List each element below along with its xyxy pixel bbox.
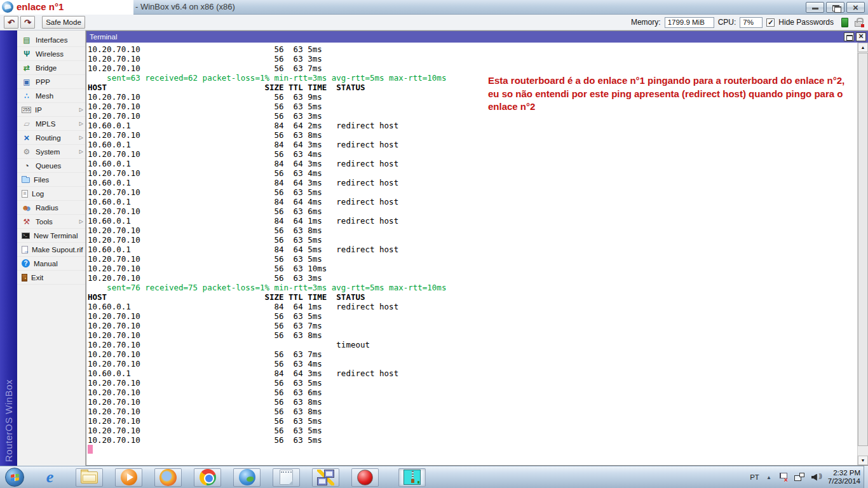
sidebar-item-supout[interactable]: Make Supout.rif [17, 243, 85, 257]
wmp-icon [121, 469, 137, 485]
sidebar-item-interfaces[interactable]: Interfaces [17, 33, 85, 47]
action-center-icon[interactable] [778, 473, 787, 482]
terminal-titlebar[interactable]: Terminal [86, 31, 868, 43]
volume-icon[interactable] [811, 473, 821, 482]
notepad-app[interactable] [273, 468, 300, 487]
sidebar-item-ip[interactable]: IP▷ [17, 103, 85, 117]
terminal-line: 10.20.70.10 56 63 7ms [88, 321, 868, 330]
firefox-app[interactable] [154, 468, 182, 487]
scrollbar-thumb[interactable] [858, 53, 868, 446]
hide-passwords-checkbox[interactable]: ✓ [766, 18, 775, 27]
sidebar-item-label: Make Supout.rif [32, 246, 83, 254]
sidebar-item-ppp[interactable]: PPP [17, 75, 85, 89]
terminal-line: 10.20.70.10 56 63 6ms [88, 388, 868, 397]
secure-lock-icon [855, 21, 863, 27]
terminal-line: 10.20.70.10 56 63 6ms [88, 207, 868, 216]
radius-icon [22, 203, 32, 212]
taskbar-clock[interactable]: 2:32 PM 7/23/2014 [828, 469, 860, 486]
sidebar-item-exit[interactable]: Exit [17, 271, 85, 285]
memory-value-field: 1799.9 MiB [665, 17, 714, 28]
sidebar-item-label: MPLS [36, 120, 55, 128]
sidebar-item-mpls[interactable]: MPLS▷ [17, 117, 85, 131]
terminal-line: 10.20.70.10 56 63 7ms [88, 349, 868, 359]
terminal-line: 10.20.70.10 56 63 5ms [88, 378, 868, 388]
windows-explorer-app[interactable] [76, 468, 103, 487]
clock-date: 7/23/2014 [828, 477, 860, 486]
redo-button[interactable]: ↷ [20, 16, 35, 29]
ip-icon [22, 107, 31, 113]
sidebar-item-manual[interactable]: Manual [17, 257, 85, 271]
terminal-cursor [88, 445, 93, 454]
cpu-label: CPU: [718, 18, 736, 27]
chrome-app[interactable] [194, 468, 221, 487]
winbox-loader-app[interactable] [312, 468, 339, 487]
terminal-body[interactable]: 10.20.70.10 56 63 5ms 10.20.70.10 56 63 … [86, 43, 868, 465]
show-desktop-button[interactable] [864, 466, 868, 488]
terminal-line: 10.20.70.10 56 63 10ms [88, 264, 868, 273]
terminal-line: 10.20.70.10 56 63 5ms [88, 311, 868, 321]
sidebar-item-log[interactable]: Log [17, 187, 85, 201]
terminal-line: 10.20.70.10 56 63 5ms [88, 44, 868, 54]
show-hidden-icons-button[interactable]: ▲ [766, 475, 771, 480]
submenu-arrow-icon: ▷ [79, 219, 83, 224]
log-icon [22, 190, 28, 198]
scroll-down-button[interactable]: ▼ [858, 456, 868, 465]
wireless-icon [22, 50, 32, 58]
safe-mode-button[interactable]: Safe Mode [42, 16, 85, 29]
sidebar-item-mesh[interactable]: Mesh [17, 89, 85, 103]
sidebar-item-system[interactable]: System▷ [17, 145, 85, 159]
sidebar-item-wireless[interactable]: Wireless [17, 47, 85, 61]
system-icon [22, 147, 32, 156]
main-area: RouterOS WinBox InterfacesWirelessBridge… [0, 30, 868, 466]
redball-icon [357, 470, 373, 485]
terminal-line: 10.20.70.10 56 63 4ms [88, 168, 868, 178]
memory-label: Memory: [631, 18, 661, 27]
close-button[interactable] [846, 2, 865, 13]
sidebar-item-label: Exit [31, 274, 43, 281]
sidebar-item-routing[interactable]: Routing▷ [17, 131, 85, 145]
terminal-line: 10.60.0.1 84 64 3ms redirect host [88, 369, 868, 378]
mesh-icon [22, 92, 32, 100]
sidebar-item-files[interactable]: Files [17, 173, 85, 187]
terminal-window-buttons [844, 32, 868, 41]
chrome-icon [200, 469, 216, 485]
new-terminal-icon [22, 233, 30, 239]
red-sphere-app[interactable] [351, 468, 379, 487]
submenu-arrow-icon: ▷ [79, 135, 83, 140]
tower-icon [403, 470, 421, 485]
google-earth-app[interactable] [233, 468, 261, 487]
ie-icon [42, 469, 58, 485]
sidebar-item-bridge[interactable]: Bridge [17, 61, 85, 75]
clock-time: 2:32 PM [828, 469, 860, 478]
undo-button[interactable]: ↶ [4, 16, 18, 29]
start-button[interactable] [5, 468, 24, 487]
sidebar-item-tools[interactable]: Tools▷ [17, 215, 85, 229]
firefox-icon [159, 469, 177, 486]
terminal-scrollbar[interactable]: ▲ ▼ [857, 43, 868, 465]
internet-explorer-app[interactable] [36, 468, 64, 487]
restore-button[interactable] [826, 2, 844, 13]
terminal-window: Terminal 10.20.70.10 56 63 5ms 10.20.70.… [86, 30, 868, 466]
sidebar-item-radius[interactable]: Radius [17, 201, 85, 215]
language-indicator[interactable]: PT [750, 473, 759, 481]
sidebar-item-new-terminal[interactable]: New Terminal [17, 229, 85, 243]
terminal-line: HOST SIZE TTL TIME STATUS [88, 292, 868, 302]
sidebar-item-queues[interactable]: Queues [17, 159, 85, 173]
terminal-close-button[interactable] [856, 32, 866, 41]
winbox-session-app[interactable] [398, 468, 426, 487]
annotation-line: Esta routerboard é a do enlace n°1 pinga… [488, 74, 868, 88]
terminal-restore-button[interactable] [844, 32, 854, 41]
minimize-button[interactable] [806, 2, 824, 13]
scroll-up-button[interactable]: ▲ [858, 43, 868, 52]
window-titlebar: enlace n°1 - WinBox v6.4 on x86 (x86) [0, 0, 868, 15]
notepad-icon [280, 470, 293, 485]
network-icon[interactable] [794, 473, 804, 482]
media-player-app[interactable] [115, 468, 142, 487]
terminal-line: 10.20.70.10 56 63 8ms [88, 397, 868, 407]
ppp-icon [22, 78, 32, 86]
sidebar-item-label: System [36, 148, 60, 156]
terminal-line: 10.60.0.1 84 64 5ms redirect host [88, 245, 868, 254]
exit-icon [22, 274, 27, 281]
winbox-icon [317, 470, 334, 485]
windows-taskbar: PT ▲ 2:32 PM 7/23/2014 [0, 466, 868, 488]
